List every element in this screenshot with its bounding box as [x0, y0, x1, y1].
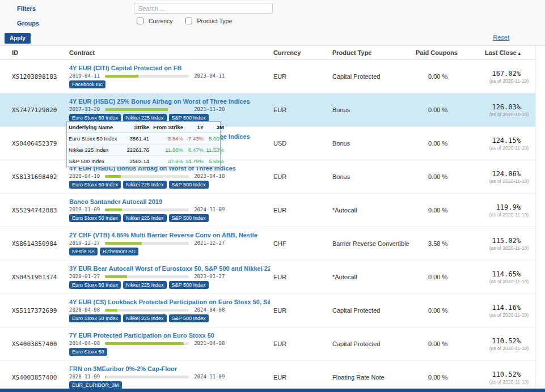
filters-label: Filters: [17, 5, 36, 12]
column-header-product-type[interactable]: Product Type: [332, 49, 416, 56]
column-header-paid-coupons[interactable]: Paid Coupons: [416, 49, 485, 56]
underlying-tag[interactable]: Nestle SA: [69, 248, 98, 255]
underlying-tag[interactable]: S&P 500 Index: [169, 114, 209, 122]
underlying-name: S&P 500 Index: [69, 158, 121, 164]
underlying-tag[interactable]: Euro Stoxx 50 Index: [69, 114, 121, 122]
product-type-cell: *Autocall: [332, 207, 416, 214]
contract-term: 2020-01-27 2023-01-27: [69, 274, 270, 279]
product-type-cell: Bonus: [332, 173, 416, 180]
underlying-tag[interactable]: EUR_EURIBOR_3M: [69, 381, 122, 389]
last-close-cell: 124.15% (as of 2020-11-10): [485, 137, 536, 151]
underlying-tag[interactable]: Facebook Inc: [69, 80, 105, 88]
contract-cell: 4Y EUR (HSBC) Bonus Airbag on Worst of T…: [69, 165, 273, 189]
contract-title-link[interactable]: 3Y EUR Bear Autocall Worst of Eurostoxx …: [69, 265, 270, 272]
reset-link[interactable]: Reset: [493, 34, 509, 41]
contract-title-link[interactable]: FRN on 3MEuribor 0%-2% Cap-Floor: [69, 365, 270, 372]
table-row[interactable]: XS8614350984 2Y CHF (VTB) 4.85% Multi Ba…: [0, 227, 535, 261]
contract-title-link[interactable]: Banco Santander Autocall 2019: [69, 198, 270, 205]
underlying-tag[interactable]: S&P 500 Index: [169, 314, 209, 322]
underlying-tag[interactable]: Euro Stoxx 50: [69, 348, 107, 356]
last-close-value: 114.65%: [485, 270, 529, 278]
start-date: 2014-04-08: [69, 340, 100, 346]
search-input[interactable]: [134, 3, 273, 14]
term-progress-fill: [105, 376, 105, 378]
table-body: XS1203898183 4Y EUR (CITI) Capital Prote…: [0, 60, 535, 392]
tooltip-row: S&P 500 Index 2582.14 37.5% 14.79% 5.65%: [67, 156, 220, 167]
currency-cell: EUR: [273, 307, 332, 314]
underlying-tag[interactable]: Euro Stoxx 50 Index: [69, 314, 121, 322]
last-close-value: 124.06%: [485, 170, 529, 178]
paid-coupons-cell: 3.58 %: [416, 240, 485, 247]
last-close-value: 110.52%: [485, 370, 529, 378]
term-progress-fill: [105, 309, 117, 312]
last-close-cell: 110.52% (as of 2020-11-10): [485, 337, 536, 351]
start-date: 2019-11-09: [69, 207, 100, 212]
contract-cell: 7Y EUR Protected Participation on Euro S…: [69, 332, 273, 356]
contract-title-link[interactable]: 7Y EUR Protected Participation on Euro S…: [69, 332, 270, 339]
underlying-tag[interactable]: Nikkei 225 Index: [123, 181, 167, 189]
last-close-cell: 119.9% (as of 2020-11-10): [485, 203, 536, 218]
underlying-strike: 2582.14: [121, 158, 150, 164]
underlying-tag-list: Euro Stoxx 50 IndexNikkei 225 IndexS&P 5…: [69, 281, 270, 289]
currency-checkbox[interactable]: [137, 18, 143, 24]
underlying-name: Nikkei 225 Index: [69, 147, 121, 153]
column-header-contract[interactable]: Contract: [69, 49, 273, 56]
last-close-asof: (as of 2020-11-10): [485, 245, 529, 251]
column-header-last-close[interactable]: Last Close▲: [485, 49, 536, 56]
last-close-asof: (as of 2020-11-10): [485, 312, 529, 318]
term-progress-fill: [105, 108, 168, 111]
table-row[interactable]: XS1203898183 4Y EUR (CITI) Capital Prote…: [0, 60, 535, 93]
contract-title-link[interactable]: 4Y EUR (CS) Lookback Protected Participa…: [69, 299, 270, 305]
column-header-id[interactable]: ID: [12, 49, 69, 56]
contract-title-link[interactable]: 4Y EUR (CITI) Capital Protected on FB: [69, 65, 270, 71]
product-type-checkbox[interactable]: [185, 18, 192, 24]
product-type-cell: Capital Protected: [332, 340, 416, 347]
underlying-tag-list: EUR_EURIBOR_3M: [69, 381, 270, 389]
underlying-strike: 3561.41: [121, 135, 150, 142]
group-options: Currency Product Type: [137, 18, 232, 24]
paid-coupons-cell: 0.00 %: [416, 106, 485, 113]
underlying-tag[interactable]: Euro Stoxx 50 Index: [69, 214, 121, 222]
table-row[interactable]: XS5294742083 Banco Santander Autocall 20…: [0, 194, 535, 227]
contract-title-link[interactable]: 2Y CHF (VTB) 4.85% Multi Barrier Reverse…: [69, 232, 270, 238]
group-option-product-type[interactable]: Product Type: [185, 18, 233, 24]
underlying-tag[interactable]: Euro Stoxx 50 Index: [69, 181, 121, 189]
contract-title-link[interactable]: 4Y EUR (HSBC) 25% Bonus Airbag on Worst …: [69, 98, 270, 105]
contract-term: 2019-11-09 2024-11-09: [69, 207, 270, 212]
currency-cell: USD: [273, 140, 332, 147]
table-row[interactable]: XS4003857400 7Y EUR Protected Participat…: [0, 327, 535, 361]
currency-cell: EUR: [273, 207, 332, 214]
underlying-tag[interactable]: Nikkei 225 Index: [123, 114, 167, 122]
last-close-asof: (as of 2020-11-10): [485, 112, 529, 117]
contract-id: XS5117372699: [12, 307, 69, 314]
table-row[interactable]: XS5117372699 4Y EUR (CS) Lookback Protec…: [0, 294, 535, 327]
term-progress-bar: [105, 342, 189, 345]
table-row[interactable]: XS0451901374 3Y EUR Bear Autocall Worst …: [0, 261, 535, 294]
table-row[interactable]: XS4003857400 FRN on 3MEuribor 0%-2% Cap-…: [0, 361, 535, 392]
start-date: 2020-01-27: [69, 274, 100, 279]
underlying-tag[interactable]: Richemont AG: [100, 248, 138, 255]
end-date: 2021-11-20: [194, 106, 225, 112]
term-progress-bar: [105, 108, 189, 111]
paid-coupons-cell: 0.00 %: [416, 374, 485, 381]
apply-button[interactable]: Apply: [5, 33, 31, 44]
underlying-tag[interactable]: Nikkei 225 Index: [123, 314, 167, 322]
underlying-tag[interactable]: S&P 500 Index: [169, 181, 209, 189]
term-progress-fill: [105, 242, 142, 245]
end-date: 2023-01-27: [194, 274, 225, 279]
contract-cell: 4Y EUR (HSBC) 25% Bonus Airbag on Worst …: [69, 98, 273, 122]
term-progress-bar: [105, 309, 189, 312]
table-header: ID Contract Currency Product Type Paid C…: [0, 46, 535, 60]
underlying-tag[interactable]: Nikkei 225 Index: [123, 214, 167, 222]
contract-cell: 2Y CHF (VTB) 4.85% Multi Barrier Reverse…: [69, 232, 273, 255]
column-header-currency[interactable]: Currency: [273, 49, 332, 56]
underlying-tag-list: Euro Stoxx 50 IndexNikkei 225 IndexS&P 5…: [69, 214, 270, 222]
group-option-currency[interactable]: Currency: [137, 18, 173, 24]
underlying-tag[interactable]: S&P 500 Index: [169, 214, 209, 222]
underlying-tag-list: Euro Stoxx 50 IndexNikkei 225 IndexS&P 5…: [69, 114, 270, 122]
underlying-tag[interactable]: Nikkei 225 Index: [123, 281, 167, 289]
currency-cell: CHF: [273, 240, 332, 247]
underlying-tag[interactable]: Euro Stoxx 50 Index: [69, 281, 121, 289]
contract-cell: FRN on 3MEuribor 0%-2% Cap-Floor 2020-11…: [69, 365, 273, 389]
underlying-tag[interactable]: S&P 500 Index: [169, 281, 209, 289]
